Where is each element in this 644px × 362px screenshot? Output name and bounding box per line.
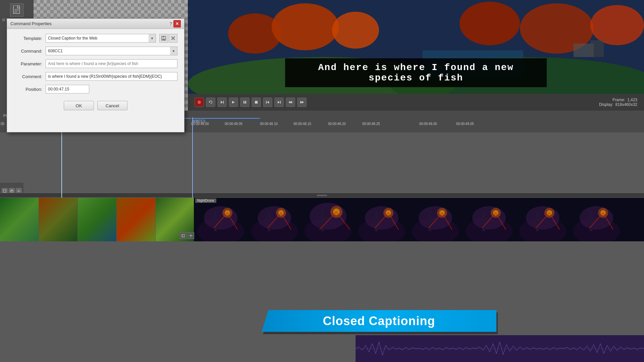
svg-marker-19 (232, 101, 235, 104)
svg-rect-15 (590, 40, 604, 57)
dialog-action-buttons: OK Cancel (14, 101, 177, 110)
ruler-4905: 00:00:49.05 (456, 122, 474, 126)
svg-point-16 (198, 101, 201, 104)
svg-rect-83 (536, 211, 539, 231)
strip-controls (180, 232, 194, 239)
nightdrone-strip (194, 198, 644, 241)
nightdrone-frames (194, 198, 644, 241)
frame-label: Frame: (612, 98, 625, 102)
frame-forward-button[interactable] (297, 98, 307, 107)
refresh-button[interactable] (206, 98, 215, 107)
dialog-titlebar: Command Properties ? ✕ (7, 19, 184, 29)
skip-end-button[interactable] (274, 98, 284, 107)
svg-point-40 (204, 206, 237, 230)
cc-banner: Closed Captioning (262, 310, 496, 332)
svg-point-9 (332, 12, 379, 49)
video-frame: And here is where I found a new species … (188, 0, 644, 94)
comment-row: Comment: (14, 72, 177, 81)
parameter-input[interactable] (46, 59, 177, 68)
svg-point-8 (272, 3, 339, 50)
skip-start-button[interactable] (263, 98, 272, 107)
thumb-3 (78, 198, 117, 241)
stop-button[interactable] (252, 98, 261, 107)
video-thumbnail-strip (0, 198, 195, 241)
template-icon-buttons (159, 34, 177, 43)
svg-point-47 (258, 206, 291, 230)
frame-value: 1,423 (627, 98, 637, 102)
audio-waveform (356, 335, 644, 362)
file-icon[interactable] (10, 3, 23, 17)
caption-line1: And here is where I found a new (292, 62, 540, 73)
position-input[interactable] (46, 85, 89, 94)
video-preview: And here is where I found a new species … (188, 0, 644, 94)
video-caption: And here is where I found a new species … (285, 58, 547, 87)
dialog-controls: ? ✕ (169, 20, 181, 27)
cancel-button[interactable]: Cancel (97, 101, 127, 110)
controls-bar: Frame: 1,423 Display: 818x460x32 (188, 94, 644, 111)
strip-resize-1[interactable] (180, 232, 186, 239)
strip-resize-2[interactable] (187, 232, 194, 239)
play-button[interactable] (229, 98, 238, 107)
svg-rect-31 (3, 190, 6, 192)
second-marker (192, 117, 193, 198)
playback-controls (195, 98, 307, 107)
command-select[interactable]: 608CC1 (46, 47, 177, 55)
record-button[interactable] (195, 98, 204, 107)
svg-rect-76 (482, 211, 485, 231)
step-forward-button[interactable] (217, 98, 227, 107)
ruler-4810: 00:00:48.10 (260, 122, 278, 126)
pause-button[interactable] (240, 98, 250, 107)
svg-rect-23 (266, 101, 267, 104)
template-label: Template: (14, 36, 42, 41)
command-row: Command: 608CC1 ▼ (14, 47, 177, 55)
caption-event-2-text: 608CC1: (193, 119, 206, 123)
template-select-wrap: Closed Caption for the Web ▼ (46, 34, 156, 43)
svg-point-68 (419, 206, 452, 230)
resize-handle[interactable] (0, 193, 644, 198)
cc-banner-text: Closed Captioning (323, 314, 435, 328)
svg-rect-25 (280, 101, 281, 104)
position-row: Position: (14, 85, 177, 94)
svg-rect-48 (268, 211, 270, 231)
ok-button[interactable]: OK (64, 101, 94, 110)
svg-point-10 (460, 2, 520, 45)
template-row: Template: Closed Caption for the Web ▼ (14, 34, 177, 43)
comment-label: Comment: (14, 74, 42, 79)
comment-input[interactable] (46, 72, 177, 81)
dialog-close-button[interactable]: ✕ (173, 20, 181, 27)
template-select[interactable]: Closed Caption for the Web (46, 34, 156, 43)
template-delete-button[interactable] (169, 34, 177, 43)
svg-rect-103 (163, 36, 164, 38)
frame-back-button[interactable] (286, 98, 295, 107)
svg-rect-95 (182, 234, 184, 237)
ruler-4900: 00:00:49.00 (419, 122, 437, 126)
dialog-help-button[interactable]: ? (169, 21, 172, 26)
svg-point-89 (580, 206, 613, 230)
caption-event-2[interactable]: 608CC1: (193, 118, 260, 125)
ruler-05: 05 (1, 122, 4, 126)
svg-rect-20 (244, 101, 245, 104)
svg-point-75 (472, 206, 506, 230)
dialog-body: Template: Closed Caption for the Web ▼ (7, 29, 184, 115)
display-label: Display: (599, 102, 613, 107)
position-label: Position: (14, 87, 42, 92)
ruler-4825: 00:00:48.25 (362, 122, 380, 126)
svg-rect-41 (214, 211, 217, 231)
command-label: Command: (14, 49, 42, 54)
command-select-wrap: 608CC1 ▼ (46, 47, 177, 55)
svg-point-61 (365, 206, 398, 230)
svg-rect-21 (245, 101, 246, 104)
ruler-4815: 00:00:48.15 (293, 122, 311, 126)
nightdrone-label: NightDrone (195, 198, 216, 203)
svg-rect-69 (429, 211, 431, 231)
svg-rect-102 (162, 39, 165, 40)
template-save-button[interactable] (159, 34, 168, 43)
svg-rect-18 (223, 101, 224, 104)
timeline-track-area (0, 132, 644, 198)
svg-marker-28 (288, 101, 290, 104)
svg-rect-55 (321, 209, 324, 231)
svg-rect-22 (255, 101, 258, 104)
caption-line2: species of fish (292, 73, 540, 83)
dialog-title: Command Properties (10, 21, 52, 26)
ruler-4820: 00:00:48.20 (328, 122, 346, 126)
